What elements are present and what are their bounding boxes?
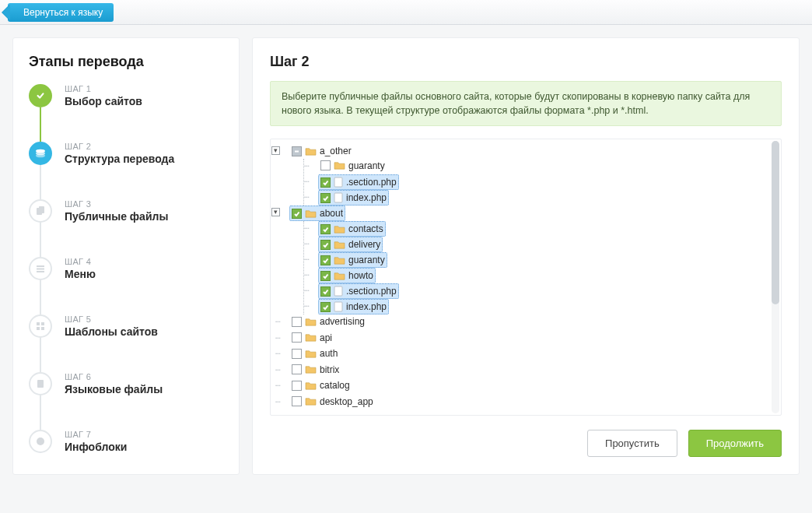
checkbox-unchecked[interactable]	[292, 396, 302, 406]
tree-node-section-php[interactable]: .section.php	[304, 174, 773, 190]
file-tree-container: ▾ a_other	[270, 139, 782, 416]
tree-node-section-php2[interactable]: .section.php	[304, 283, 773, 299]
tree-node-label: index.php	[346, 191, 387, 205]
svg-rect-9	[41, 322, 44, 325]
tree-node-label: catalog	[320, 378, 350, 392]
step-kicker: ШАГ 3	[65, 199, 168, 209]
tree-node-auth[interactable]: auth	[275, 346, 773, 363]
check-icon	[36, 91, 45, 100]
scrollbar-thumb[interactable]	[772, 141, 779, 304]
tree-node-delivery[interactable]: delivery	[304, 237, 773, 252]
tree-node-about[interactable]: ▾ about contacts delivery guaranty howto	[275, 206, 773, 314]
checkbox-checked[interactable]	[320, 255, 331, 265]
skip-button[interactable]: Пропустить	[587, 430, 677, 457]
tree-node-label: .section.php	[346, 175, 397, 189]
tree-node-label: bitrix	[320, 363, 339, 377]
continue-button[interactable]: Продолжить	[688, 430, 782, 457]
step-kicker: ШАГ 4	[65, 257, 96, 266]
folder-icon	[305, 146, 317, 156]
info-message: Выберите публичные файлы основного сайта…	[270, 81, 782, 126]
step-5[interactable]: ШАГ 5 Шаблоны сайтов	[29, 314, 225, 338]
files-icon	[35, 206, 46, 216]
infoblocks-icon	[35, 436, 46, 447]
svg-rect-5	[37, 265, 44, 267]
action-buttons: Пропустить Продолжить	[270, 430, 782, 457]
folder-icon	[334, 255, 345, 265]
checkbox-unchecked[interactable]	[320, 160, 331, 170]
tree-node-label: contacts	[348, 222, 383, 236]
language-files-icon	[35, 378, 46, 389]
step-6[interactable]: ШАГ 6 Языковые файлы	[29, 372, 225, 395]
step-label: Меню	[65, 268, 96, 280]
checkbox-checked[interactable]	[320, 177, 331, 188]
step-3[interactable]: ШАГ 3 Публичные файлы	[29, 199, 225, 223]
checkbox-checked[interactable]	[320, 286, 331, 297]
tree-node-a_other[interactable]: ▾ a_other	[275, 144, 773, 206]
checkbox-mixed[interactable]	[292, 146, 302, 156]
folder-icon	[305, 364, 317, 374]
step-7[interactable]: ШАГ 7 Инфоблоки	[29, 430, 225, 453]
main-panel: Шаг 2 Выберите публичные файлы основного…	[252, 37, 800, 475]
back-to-language-button[interactable]: Вернуться к языку	[8, 3, 114, 22]
tree-node-label: api	[320, 331, 332, 345]
folder-icon	[334, 271, 345, 281]
file-icon	[334, 301, 343, 312]
folder-icon	[334, 240, 345, 250]
folder-icon	[334, 160, 345, 170]
collapse-icon[interactable]: ▾	[271, 146, 280, 155]
checkbox-checked[interactable]	[320, 271, 331, 281]
svg-point-2	[36, 154, 45, 158]
step-label: Языковые файлы	[65, 383, 163, 395]
tree-node-label: advertising	[320, 314, 365, 329]
tree-node-contacts[interactable]: contacts	[304, 221, 773, 237]
svg-rect-11	[41, 327, 44, 330]
checkbox-checked[interactable]	[320, 193, 331, 203]
tree-node-label: about	[320, 206, 343, 220]
menu-icon	[35, 263, 46, 274]
page-title: Шаг 2	[270, 54, 782, 70]
layers-icon	[34, 147, 47, 160]
checkbox-unchecked[interactable]	[292, 317, 302, 327]
checkbox-unchecked[interactable]	[292, 332, 302, 343]
file-icon	[334, 177, 343, 188]
tree-node-desktop-app[interactable]: desktop_app	[275, 395, 773, 411]
templates-icon	[35, 321, 46, 332]
svg-rect-15	[334, 193, 342, 202]
file-tree-scroll[interactable]: ▾ a_other	[271, 139, 781, 415]
tree-node-label: guaranty	[348, 159, 385, 173]
tree-node-guaranty2[interactable]: guaranty	[304, 252, 773, 268]
folder-icon	[305, 381, 317, 391]
checkbox-checked[interactable]	[320, 240, 331, 250]
checkbox-unchecked[interactable]	[292, 381, 302, 391]
tree-node-howto[interactable]: howto	[304, 268, 773, 283]
folder-icon	[305, 396, 317, 406]
tree-node-bitrix[interactable]: bitrix	[275, 363, 773, 379]
step-kicker: ШАГ 1	[65, 84, 142, 93]
tree-node-index-php[interactable]: index.php	[304, 190, 773, 206]
tree-node-advertising[interactable]: advertising	[275, 314, 773, 331]
tree-node-index-php2[interactable]: index.php	[304, 299, 773, 314]
checkbox-checked[interactable]	[320, 224, 331, 234]
checkbox-unchecked[interactable]	[292, 349, 302, 359]
step-1[interactable]: ШАГ 1 Выбор сайтов	[29, 84, 225, 107]
step-kicker: ШАГ 6	[65, 372, 163, 381]
collapse-icon[interactable]: ▾	[271, 208, 280, 216]
tree-node-label: delivery	[348, 237, 380, 251]
svg-rect-16	[334, 286, 342, 296]
file-tree: ▾ a_other	[275, 144, 773, 410]
tree-node-label: a_other	[320, 144, 352, 158]
checkbox-checked[interactable]	[292, 209, 302, 219]
svg-rect-4	[39, 206, 44, 213]
checkbox-checked[interactable]	[320, 302, 331, 312]
folder-icon	[305, 349, 317, 359]
tree-node-api[interactable]: api	[275, 331, 773, 347]
step-label: Шаблоны сайтов	[65, 325, 158, 338]
tree-node-guaranty[interactable]: guaranty	[304, 159, 773, 175]
step-label: Структура перевода	[65, 153, 174, 165]
checkbox-unchecked[interactable]	[292, 364, 302, 374]
svg-rect-6	[37, 269, 44, 270]
steps-panel: Этапы перевода ШАГ 1 Выбор сайтов	[12, 37, 240, 475]
step-2[interactable]: ШАГ 2 Структура перевода	[29, 142, 225, 165]
tree-node-catalog[interactable]: catalog	[275, 378, 773, 395]
step-4[interactable]: ШАГ 4 Меню	[29, 257, 225, 280]
